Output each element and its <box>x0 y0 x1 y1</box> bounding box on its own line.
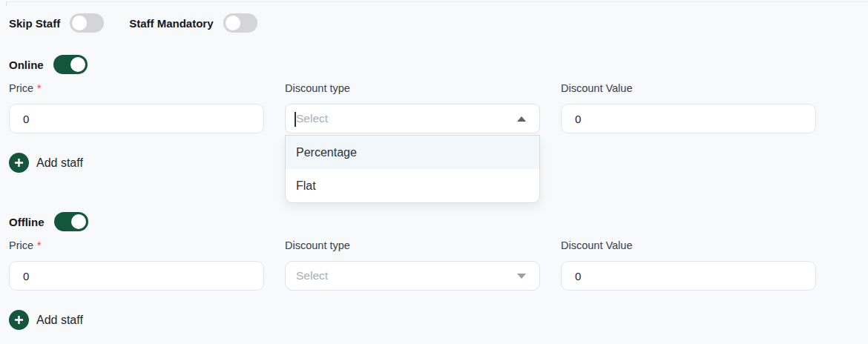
online-discount-type-select-wrap: Select Percentage Flat <box>285 104 540 133</box>
discount-type-label-text: Discount type <box>285 82 350 94</box>
online-discount-value-label: Discount Value <box>561 82 816 95</box>
toggle-knob <box>226 16 240 30</box>
online-discount-value-input[interactable] <box>561 104 816 133</box>
online-toggle[interactable] <box>53 55 88 74</box>
price-label-text: Price <box>9 239 33 251</box>
offline-add-staff-button[interactable]: Add staff <box>9 310 83 330</box>
plus-icon <box>9 310 29 330</box>
offline-price-label: Price * <box>9 239 264 252</box>
online-price-label: Price * <box>9 82 264 95</box>
offline-discount-type-field: Discount type Select <box>285 239 540 291</box>
discount-value-label-text: Discount Value <box>561 82 632 94</box>
online-discount-type-select[interactable]: Select <box>285 104 540 133</box>
discount-type-label-text: Discount type <box>285 239 350 251</box>
panel-corner-edge <box>6 1 7 6</box>
staff-mandatory-label: Staff Mandatory <box>129 17 213 30</box>
online-discount-value-field: Discount Value <box>561 82 816 133</box>
online-price-input[interactable] <box>9 104 264 133</box>
skip-staff-label: Skip Staff <box>9 17 60 30</box>
online-fields-row: Price * Discount type Select Percenta <box>9 82 816 133</box>
online-label: Online <box>9 59 44 71</box>
offline-toggle[interactable] <box>54 212 88 231</box>
chevron-down-icon <box>517 274 526 279</box>
pricing-form-panel: Skip Staff Staff Mandatory Online Price … <box>0 0 868 344</box>
required-asterisk: * <box>37 82 41 94</box>
online-price-field: Price * <box>9 82 264 133</box>
offline-section-header: Offline <box>9 212 816 231</box>
required-asterisk: * <box>37 239 41 251</box>
staff-mandatory-toggle-group: Staff Mandatory <box>129 13 257 33</box>
skip-staff-toggle-group: Skip Staff <box>9 13 104 33</box>
offline-fields-row: Price * Discount type Select D <box>9 239 816 291</box>
form-content: Skip Staff Staff Mandatory Online Price … <box>9 13 816 330</box>
offline-price-field: Price * <box>9 239 264 291</box>
toggle-knob <box>72 16 87 30</box>
add-staff-label: Add staff <box>36 156 83 170</box>
staff-options-row: Skip Staff Staff Mandatory <box>9 13 816 33</box>
dropdown-option-flat[interactable]: Flat <box>286 169 539 202</box>
price-label-text: Price <box>9 82 33 94</box>
offline-discount-type-select-wrap: Select <box>285 261 540 291</box>
offline-price-input[interactable] <box>9 261 264 291</box>
top-divider <box>6 1 868 2</box>
dropdown-option-percentage[interactable]: Percentage <box>286 136 539 169</box>
discount-value-label-text: Discount Value <box>561 239 632 251</box>
online-discount-type-label: Discount type <box>285 82 540 95</box>
offline-discount-type-label: Discount type <box>285 239 540 252</box>
select-placeholder: Select <box>296 269 328 282</box>
text-cursor <box>295 112 296 127</box>
plus-icon <box>9 153 29 173</box>
select-placeholder: Select <box>296 112 328 125</box>
offline-discount-value-label: Discount Value <box>561 239 816 252</box>
offline-label: Offline <box>9 216 45 228</box>
online-discount-type-field: Discount type Select Percentage Flat <box>285 82 540 133</box>
toggle-knob <box>70 57 85 72</box>
discount-type-dropdown: Percentage Flat <box>285 135 540 203</box>
toggle-knob <box>71 214 86 229</box>
chevron-up-icon <box>517 116 526 122</box>
skip-staff-toggle[interactable] <box>70 13 104 33</box>
staff-mandatory-toggle[interactable] <box>223 13 257 33</box>
offline-discount-type-select[interactable]: Select <box>285 261 540 291</box>
online-add-staff-button[interactable]: Add staff <box>9 153 83 173</box>
add-staff-label: Add staff <box>36 314 83 327</box>
online-section-header: Online <box>9 55 816 74</box>
offline-discount-value-field: Discount Value <box>561 239 816 291</box>
offline-discount-value-input[interactable] <box>561 261 816 291</box>
